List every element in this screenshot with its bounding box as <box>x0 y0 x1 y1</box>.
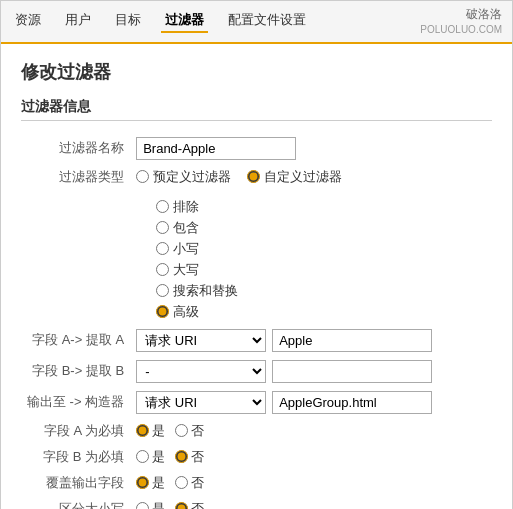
filter-name-row: 过滤器名称 <box>21 133 492 164</box>
case-sensitive-label: 区分大小写 <box>21 496 130 509</box>
field-a-row: 字段 A-> 提取 A 请求 URI 请求查询 <box>21 325 492 356</box>
option-include[interactable]: 包含 <box>156 219 486 237</box>
option-search-replace[interactable]: 搜索和替换 <box>156 282 486 300</box>
field-b-required-label: 字段 B 为必填 <box>21 444 130 470</box>
page-title: 修改过滤器 <box>21 60 492 84</box>
exclude-label[interactable]: 排除 <box>173 198 199 216</box>
output-text-input[interactable] <box>272 391 432 414</box>
case-yes-label[interactable]: 是 <box>152 500 165 509</box>
nav-item-filters[interactable]: 过滤器 <box>161 9 208 33</box>
option-uppercase[interactable]: 大写 <box>156 261 486 279</box>
field-b-required-yn: 是 否 <box>136 448 486 466</box>
field-b-required-cell: 是 否 <box>130 444 492 470</box>
case-sensitive-yn: 是 否 <box>136 500 486 509</box>
override-output-row: 覆盖输出字段 是 否 <box>21 470 492 496</box>
override-no-radio[interactable] <box>175 476 188 489</box>
advanced-label[interactable]: 高级 <box>173 303 199 321</box>
exclude-radio[interactable] <box>156 200 169 213</box>
lowercase-label[interactable]: 小写 <box>173 240 199 258</box>
filter-name-input[interactable] <box>136 137 296 160</box>
field-a-dropdown[interactable]: 请求 URI 请求查询 <box>136 329 266 352</box>
field-a-no-radio[interactable] <box>175 424 188 437</box>
case-no-label[interactable]: 否 <box>191 500 204 509</box>
search-replace-radio[interactable] <box>156 284 169 297</box>
uppercase-radio[interactable] <box>156 263 169 276</box>
override-no-option[interactable]: 否 <box>175 474 204 492</box>
field-b-inputs: - <box>136 360 486 383</box>
custom-radio[interactable] <box>247 170 260 183</box>
override-yes-option[interactable]: 是 <box>136 474 165 492</box>
form-table: 过滤器名称 过滤器类型 预定义过滤器 自定义过滤器 <box>21 133 492 509</box>
field-b-row: 字段 B-> 提取 B - <box>21 356 492 387</box>
include-radio[interactable] <box>156 221 169 234</box>
custom-label[interactable]: 自定义过滤器 <box>264 168 342 186</box>
case-no-option[interactable]: 否 <box>175 500 204 509</box>
override-output-cell: 是 否 <box>130 470 492 496</box>
field-b-text-input[interactable] <box>272 360 432 383</box>
predefined-label[interactable]: 预定义过滤器 <box>153 168 231 186</box>
advanced-radio[interactable] <box>156 305 169 318</box>
field-b-label: 字段 B-> 提取 B <box>21 356 130 387</box>
include-label[interactable]: 包含 <box>173 219 199 237</box>
override-output-yn: 是 否 <box>136 474 486 492</box>
field-b-no-label[interactable]: 否 <box>191 448 204 466</box>
field-b-dropdown[interactable]: - <box>136 360 266 383</box>
nav-links: 资源 用户 目标 过滤器 配置文件设置 <box>11 9 310 33</box>
field-b-yes-radio[interactable] <box>136 450 149 463</box>
custom-options-cell: 排除 包含 小写 大写 <box>130 190 492 325</box>
field-a-no-label[interactable]: 否 <box>191 422 204 440</box>
predefined-filter-option[interactable]: 预定义过滤器 <box>136 168 231 186</box>
override-yes-label[interactable]: 是 <box>152 474 165 492</box>
case-sensitive-cell: 是 否 <box>130 496 492 509</box>
filter-type-label: 过滤器类型 <box>21 164 130 190</box>
output-label: 输出至 -> 构造器 <box>21 387 130 418</box>
field-a-yes-option[interactable]: 是 <box>136 422 165 440</box>
field-a-required-yn: 是 否 <box>136 422 486 440</box>
nav-item-config[interactable]: 配置文件设置 <box>224 9 310 33</box>
search-replace-label[interactable]: 搜索和替换 <box>173 282 238 300</box>
field-a-yes-radio[interactable] <box>136 424 149 437</box>
field-b-required-row: 字段 B 为必填 是 否 <box>21 444 492 470</box>
case-sensitive-row: 区分大小写 是 否 <box>21 496 492 509</box>
filter-type-options-cell: 预定义过滤器 自定义过滤器 <box>130 164 492 190</box>
field-a-text-input[interactable] <box>272 329 432 352</box>
field-b-yes-label[interactable]: 是 <box>152 448 165 466</box>
override-yes-radio[interactable] <box>136 476 149 489</box>
case-yes-radio[interactable] <box>136 502 149 509</box>
field-a-no-option[interactable]: 否 <box>175 422 204 440</box>
custom-options-empty-label <box>21 190 130 325</box>
field-a-yes-label[interactable]: 是 <box>152 422 165 440</box>
field-a-required-cell: 是 否 <box>130 418 492 444</box>
field-a-label: 字段 A-> 提取 A <box>21 325 130 356</box>
field-a-required-label: 字段 A 为必填 <box>21 418 130 444</box>
nav-item-users[interactable]: 用户 <box>61 9 95 33</box>
case-no-radio[interactable] <box>175 502 188 509</box>
option-exclude[interactable]: 排除 <box>156 198 486 216</box>
option-advanced[interactable]: 高级 <box>156 303 486 321</box>
filter-name-label: 过滤器名称 <box>21 133 130 164</box>
field-a-cell: 请求 URI 请求查询 <box>130 325 492 356</box>
custom-options-row: 排除 包含 小写 大写 <box>21 190 492 325</box>
option-lowercase[interactable]: 小写 <box>156 240 486 258</box>
output-cell: 请求 URI <box>130 387 492 418</box>
field-b-cell: - <box>130 356 492 387</box>
case-yes-option[interactable]: 是 <box>136 500 165 509</box>
output-dropdown[interactable]: 请求 URI <box>136 391 266 414</box>
lowercase-radio[interactable] <box>156 242 169 255</box>
field-a-inputs: 请求 URI 请求查询 <box>136 329 486 352</box>
logo-url: POLUOLUO.COM <box>420 23 502 36</box>
advanced-options-group: 排除 包含 小写 大写 <box>156 198 486 321</box>
nav-item-resources[interactable]: 资源 <box>11 9 45 33</box>
uppercase-label[interactable]: 大写 <box>173 261 199 279</box>
predefined-radio[interactable] <box>136 170 149 183</box>
filter-type-row: 过滤器类型 预定义过滤器 自定义过滤器 <box>21 164 492 190</box>
override-no-label[interactable]: 否 <box>191 474 204 492</box>
nav-item-targets[interactable]: 目标 <box>111 9 145 33</box>
section-title: 过滤器信息 <box>21 98 492 121</box>
custom-filter-option[interactable]: 自定义过滤器 <box>247 168 342 186</box>
field-b-no-radio[interactable] <box>175 450 188 463</box>
field-b-yes-option[interactable]: 是 <box>136 448 165 466</box>
field-b-no-option[interactable]: 否 <box>175 448 204 466</box>
top-navigation: 资源 用户 目标 过滤器 配置文件设置 破洛洛 POLUOLUO.COM <box>1 1 512 44</box>
site-logo: 破洛洛 POLUOLUO.COM <box>420 7 502 36</box>
